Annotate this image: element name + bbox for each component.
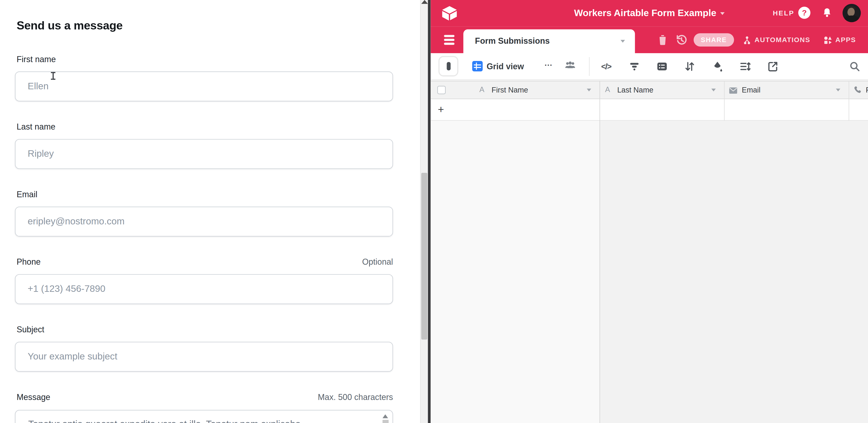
- column-divider: [724, 81, 724, 121]
- column-caret-icon[interactable]: [836, 89, 840, 91]
- window-pane-divider[interactable]: [428, 0, 431, 423]
- apps-icon: [823, 35, 833, 44]
- history-icon[interactable]: [675, 33, 688, 47]
- subject-label: Subject: [17, 325, 44, 334]
- first-name-label: First name: [17, 54, 56, 64]
- first-name-input[interactable]: [15, 71, 393, 101]
- textarea-scrollbar-thumb[interactable]: [382, 420, 389, 423]
- grid-add-row[interactable]: +: [431, 99, 868, 121]
- table-tab-label: Form Submissions: [475, 36, 550, 46]
- grid-header-row: A First Name A Last Name Email Phone: [431, 81, 868, 99]
- column-header-last-name[interactable]: Last Name: [617, 86, 653, 94]
- phone-optional-note: Optional: [362, 257, 393, 267]
- sort-icon[interactable]: [684, 61, 695, 72]
- text-cursor-icon: [50, 72, 56, 80]
- help-button[interactable]: HELP: [773, 9, 795, 17]
- table-tab-caret-icon: [621, 40, 625, 42]
- text-field-icon: A: [479, 85, 484, 94]
- views-sidebar-toggle[interactable]: [438, 56, 458, 77]
- contact-form-pane: Send us a message First name Last name E…: [0, 0, 420, 423]
- email-input[interactable]: [15, 207, 393, 237]
- user-avatar[interactable]: [842, 4, 861, 22]
- email-label: Email: [17, 189, 37, 199]
- airtable-topbar: Workers Airtable Form Example HELP ?: [431, 0, 868, 27]
- column-header-email[interactable]: Email: [742, 86, 761, 94]
- grid-body-area: [599, 121, 868, 423]
- form-pane-scrollbar-thumb[interactable]: [421, 173, 427, 339]
- toolbar-divider: [589, 57, 589, 76]
- scroll-up-arrow-icon[interactable]: [421, 0, 428, 4]
- subject-input[interactable]: [15, 342, 393, 372]
- apps-button[interactable]: APPS: [823, 33, 856, 47]
- hide-fields-icon[interactable]: </>: [601, 61, 612, 72]
- grid-view-label[interactable]: Grid view: [487, 61, 524, 71]
- base-title-caret-icon: [720, 12, 724, 15]
- phone-label: Phone: [17, 257, 40, 267]
- automations-button[interactable]: AUTOMATIONS: [742, 33, 810, 47]
- grid-view-icon: [472, 61, 483, 71]
- airtable-pane: Workers Airtable Form Example HELP ? For…: [431, 0, 868, 423]
- group-icon[interactable]: [657, 61, 668, 72]
- add-record-icon[interactable]: +: [438, 103, 444, 116]
- notifications-bell-icon[interactable]: [822, 7, 833, 19]
- last-name-input[interactable]: [15, 139, 393, 169]
- email-icon: [729, 86, 737, 95]
- message-text: Tenetur optio quaerat expedita vero et i…: [28, 419, 301, 423]
- column-caret-icon[interactable]: [587, 89, 591, 91]
- base-title[interactable]: Workers Airtable Form Example: [574, 8, 716, 19]
- phone-input[interactable]: [15, 274, 393, 304]
- filter-icon[interactable]: [629, 61, 640, 72]
- collaborators-icon[interactable]: [565, 61, 576, 72]
- view-toolbar: Grid view … </>: [431, 53, 868, 80]
- row-height-icon[interactable]: [740, 61, 751, 72]
- select-all-checkbox[interactable]: [437, 86, 445, 94]
- tables-menu-icon[interactable]: [444, 35, 455, 45]
- share-view-icon[interactable]: [767, 61, 778, 72]
- last-name-label: Last name: [17, 122, 55, 131]
- column-divider: [849, 81, 849, 121]
- column-header-first-name[interactable]: First Name: [492, 86, 528, 94]
- share-button[interactable]: SHARE: [694, 33, 734, 47]
- text-field-icon: A: [605, 85, 610, 94]
- phone-icon: [854, 86, 862, 94]
- color-icon[interactable]: [712, 61, 723, 72]
- grid-body-frozen-area: [431, 121, 599, 423]
- form-title: Send us a message: [17, 19, 123, 32]
- textarea-scroll-up-icon[interactable]: [382, 414, 388, 418]
- automations-label: AUTOMATIONS: [754, 36, 810, 44]
- message-textarea[interactable]: Tenetur optio quaerat expedita vero et i…: [15, 410, 393, 423]
- screen: Send us a message First name Last name E…: [0, 0, 868, 423]
- help-question-icon[interactable]: ?: [798, 7, 810, 19]
- column-caret-icon[interactable]: [711, 89, 716, 91]
- view-more-icon[interactable]: …: [544, 58, 553, 68]
- table-tab-form-submissions[interactable]: Form Submissions: [463, 29, 635, 53]
- message-maxchars-note: Max. 500 characters: [318, 392, 393, 401]
- search-icon[interactable]: [849, 61, 860, 72]
- automations-icon: [742, 35, 752, 44]
- column-header-phone[interactable]: Phone: [866, 86, 868, 94]
- frozen-column-divider[interactable]: [599, 81, 600, 423]
- apps-label: APPS: [835, 36, 856, 44]
- trash-icon[interactable]: [656, 33, 669, 47]
- message-label: Message: [17, 392, 50, 401]
